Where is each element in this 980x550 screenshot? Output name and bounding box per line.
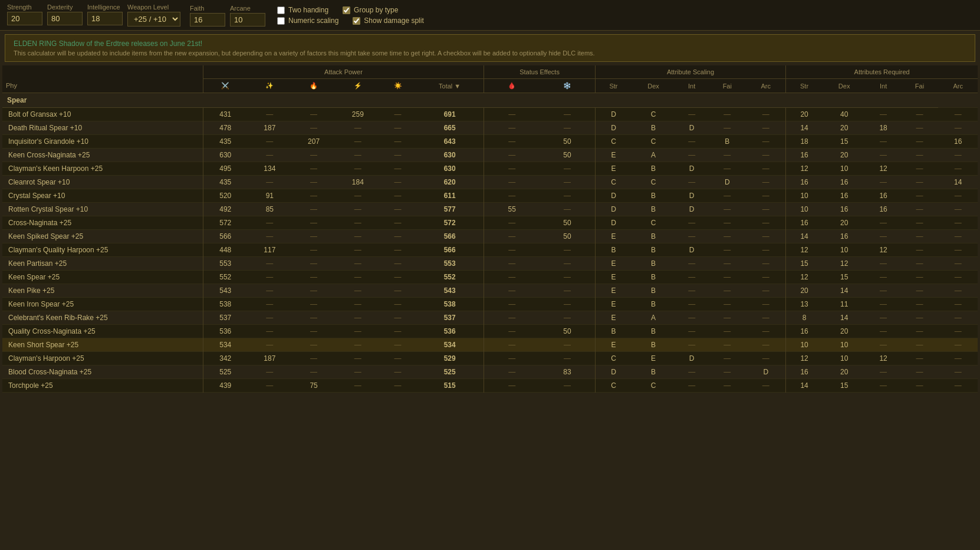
data-cell: 12 (786, 243, 823, 257)
table-row[interactable]: Clayman's Quality Harpoon +25448117———56… (2, 243, 978, 257)
table-row[interactable]: Clayman's Harpoon +25342187———529——CED——… (2, 352, 978, 365)
data-cell: 478 (203, 121, 248, 135)
data-cell: 536 (416, 325, 484, 338)
data-cell: B (708, 135, 746, 149)
faith-input[interactable] (190, 13, 225, 27)
table-row[interactable]: Keen Pike +25543————543——EB———2014——— (2, 284, 978, 298)
table-row[interactable]: Crystal Spear +1052091———611——DBD——10161… (2, 189, 978, 203)
data-cell: — (248, 379, 292, 393)
data-cell: — (675, 108, 709, 121)
two-handing-checkbox[interactable] (277, 6, 285, 14)
data-cell: — (708, 379, 746, 393)
banner-title-link[interactable]: ELDEN RING Shadow of the Erdtree (14, 39, 129, 48)
data-cell: 529 (416, 352, 484, 365)
data-cell: — (675, 311, 709, 325)
table-row[interactable]: Cross-Naginata +25572————572—50DC———1620… (2, 216, 978, 230)
data-cell: — (675, 284, 709, 298)
table-row[interactable]: Celebrant's Keen Rib-Rake +25537————537—… (2, 311, 978, 325)
weapon-level-select[interactable]: +25 / +10 +24 / +9 (127, 12, 180, 27)
data-cell: — (336, 271, 380, 284)
data-cell: — (540, 352, 595, 365)
intelligence-input[interactable] (87, 12, 123, 25)
table-row[interactable]: Death Ritual Spear +10478187———665——DBD—… (2, 121, 978, 135)
table-row[interactable]: Keen Iron Spear +25538————538——EB———1311… (2, 298, 978, 311)
table-row[interactable]: Bolt of Gransax +10431——259—691——DC———20… (2, 108, 978, 121)
data-cell: 14 (938, 176, 978, 189)
arcane-input[interactable] (230, 13, 265, 27)
dexterity-input[interactable] (47, 12, 83, 25)
data-cell: C (595, 352, 632, 365)
weapon-name-cell: Cross-Naginata +25 (2, 216, 203, 230)
status-effects-header: Status Effects (484, 65, 595, 79)
data-cell: — (292, 257, 336, 271)
data-cell: — (746, 162, 786, 176)
fir-icon: 🔥 (310, 82, 318, 89)
checkboxes-group: Two handing Group by type Numeric scalin… (277, 6, 424, 25)
table-body: SpearBolt of Gransax +10431——259—691——DC… (2, 93, 978, 393)
table-row[interactable]: Clayman's Keen Harpoon +25495134———630——… (2, 162, 978, 176)
col-fir: 🔥 (292, 79, 336, 93)
data-cell: — (380, 257, 416, 271)
table-row[interactable]: Inquisitor's Girandole +10435—207——643—5… (2, 135, 978, 149)
table-row[interactable]: Quality Cross-Naginata +25536————536—50B… (2, 325, 978, 338)
table-row[interactable]: Keen Spiked Spear +25566————566—50EB———1… (2, 230, 978, 243)
header-groups-row: Phy Attack Power Status Effects Attribut… (2, 65, 978, 79)
data-cell: 431 (203, 108, 248, 121)
data-cell: — (901, 338, 939, 352)
two-handing-checkbox-row[interactable]: Two handing (277, 6, 328, 14)
table-row[interactable]: Blood Cross-Naginata +25525————525—83DB—… (2, 365, 978, 379)
table-row[interactable]: Keen Cross-Naginata +25630————630—50EA——… (2, 149, 978, 162)
data-cell: — (380, 338, 416, 352)
data-cell: — (708, 284, 746, 298)
table-row[interactable]: Cleanrot Spear +10435——184—620——CC—D—161… (2, 176, 978, 189)
data-cell: — (938, 271, 978, 284)
numeric-scaling-checkbox-row[interactable]: Numeric scaling (277, 17, 338, 25)
stat-group-row1: Strength Dexterity Intelligence Weapon L… (7, 4, 265, 27)
data-cell: — (336, 162, 380, 176)
data-cell: 342 (203, 352, 248, 365)
numeric-scaling-checkbox[interactable] (277, 17, 285, 25)
weapon-name-cell: Celebrant's Keen Rib-Rake +25 (2, 311, 203, 325)
data-cell: — (708, 311, 746, 325)
data-cell: — (746, 135, 786, 149)
arcane-label: Arcane (230, 5, 265, 12)
col-r-fai: Fai (901, 79, 939, 93)
group-by-type-checkbox[interactable] (343, 6, 350, 14)
data-cell: B (632, 271, 675, 284)
data-cell: — (708, 189, 746, 203)
banner-title-post: releases on June 21st! (129, 39, 202, 48)
data-cell: — (380, 243, 416, 257)
strength-input[interactable] (7, 12, 42, 25)
data-cell: B (632, 189, 675, 203)
data-cell: 10 (823, 243, 866, 257)
data-cell: — (866, 298, 900, 311)
data-cell: — (746, 352, 786, 365)
data-cell: D (595, 203, 632, 216)
col-total[interactable]: Total ▼ (416, 79, 484, 93)
table-row[interactable]: Rotten Crystal Spear +1049285———57755—DB… (2, 203, 978, 216)
table-row[interactable]: Keen Spear +25552————552——EB———1215——— (2, 271, 978, 284)
col-s-int: Int (675, 79, 709, 93)
table-row[interactable]: Keen Short Spear +25534————534——EB———101… (2, 338, 978, 352)
data-cell: — (746, 243, 786, 257)
show-damage-split-checkbox[interactable] (353, 17, 360, 25)
data-cell: — (708, 325, 746, 338)
banner-title: ELDEN RING Shadow of the Erdtree release… (14, 39, 966, 48)
table-row[interactable]: Keen Partisan +25553————553——EB———1512——… (2, 257, 978, 271)
data-cell: 552 (203, 271, 248, 284)
dexterity-field: Dexterity (47, 4, 83, 27)
faith-field: Faith (190, 5, 225, 27)
data-cell: — (292, 298, 336, 311)
data-cell: C (632, 108, 675, 121)
data-cell: — (292, 338, 336, 352)
data-cell: — (292, 311, 336, 325)
table-row[interactable]: Torchpole +25439—75——515——CC———1415——— (2, 379, 978, 393)
data-cell: D (746, 365, 786, 379)
data-cell: 543 (203, 284, 248, 298)
weapon-name-cell: Keen Short Spear +25 (2, 338, 203, 352)
data-cell: — (746, 379, 786, 393)
data-cell: 566 (416, 230, 484, 243)
group-by-type-checkbox-row[interactable]: Group by type (343, 6, 398, 14)
data-cell: — (484, 230, 540, 243)
show-damage-split-checkbox-row[interactable]: Show damage split (353, 17, 423, 25)
